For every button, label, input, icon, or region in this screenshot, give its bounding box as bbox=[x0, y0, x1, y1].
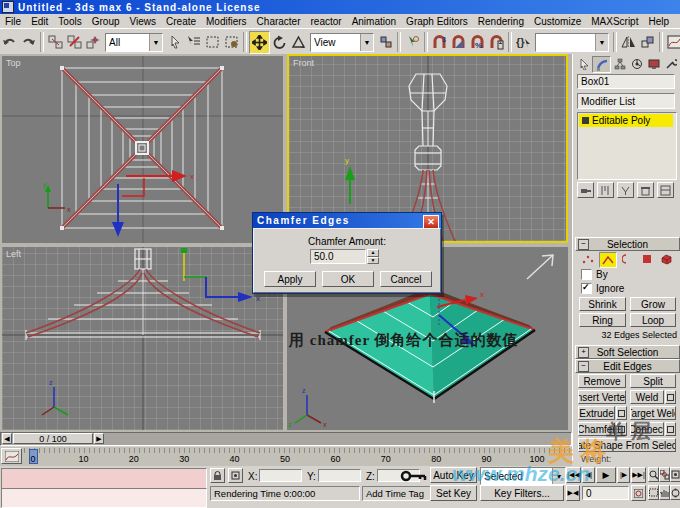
viewport-top[interactable]: Top bbox=[2, 56, 283, 243]
modifier-list-dropdown[interactable]: Modifier List bbox=[577, 93, 675, 109]
select-and-move-icon[interactable] bbox=[249, 31, 270, 54]
menu-item-reactor[interactable]: reactor bbox=[306, 16, 347, 27]
extrude-button[interactable]: Extrude bbox=[578, 406, 615, 420]
zoom-region-icon[interactable] bbox=[648, 485, 659, 500]
maxscript-listener-white[interactable] bbox=[1, 488, 207, 508]
viewport-front-label[interactable]: Front bbox=[293, 58, 314, 68]
loop-button[interactable]: Loop bbox=[630, 313, 676, 327]
selection-lock-icon[interactable] bbox=[210, 468, 225, 483]
ignore-backfacing-checkbox[interactable]: Ignore bbox=[581, 283, 624, 294]
pan-view-icon[interactable] bbox=[659, 485, 670, 500]
select-and-link-icon[interactable] bbox=[46, 32, 65, 53]
rectangular-selection-region-icon[interactable] bbox=[203, 32, 222, 53]
menu-item-animation[interactable]: Animation bbox=[347, 16, 401, 27]
show-end-result-icon[interactable] bbox=[597, 182, 614, 198]
select-and-scale-icon[interactable] bbox=[289, 32, 308, 53]
menu-item-customize[interactable]: Customize bbox=[529, 16, 586, 27]
open-mini-curve-editor-icon[interactable] bbox=[1, 448, 22, 464]
time-configuration-icon[interactable] bbox=[631, 485, 646, 501]
set-key-icon[interactable] bbox=[398, 466, 428, 488]
vertex-subobject-icon[interactable] bbox=[580, 252, 596, 266]
curve-editor-icon[interactable] bbox=[665, 32, 680, 53]
set-key-button[interactable]: Set Key bbox=[430, 485, 477, 501]
key-mode-toggle-icon[interactable]: ▶◀ bbox=[566, 485, 580, 501]
create-tab-icon[interactable] bbox=[575, 56, 592, 71]
y-field[interactable] bbox=[318, 469, 361, 482]
next-frame-icon[interactable]: |▶ bbox=[617, 467, 630, 483]
dropdown-arrow-icon[interactable]: ▼ bbox=[149, 34, 162, 51]
cancel-button[interactable]: Cancel bbox=[380, 271, 432, 287]
menu-item-create[interactable]: Create bbox=[161, 16, 201, 27]
percent-snap-icon[interactable]: % bbox=[468, 32, 487, 53]
spinner-up-icon[interactable]: ▲ bbox=[367, 249, 379, 257]
weld-button[interactable]: Weld bbox=[630, 390, 664, 404]
menu-item-group[interactable]: Group bbox=[87, 16, 125, 27]
shrink-button[interactable]: Shrink bbox=[579, 297, 626, 311]
configure-modifier-sets-icon[interactable] bbox=[657, 182, 674, 198]
undo-icon[interactable] bbox=[0, 32, 19, 53]
viewport-left-label[interactable]: Left bbox=[6, 249, 21, 259]
menu-item-maxscript[interactable]: MAXScript bbox=[586, 16, 643, 27]
edge-subobject-icon[interactable] bbox=[599, 252, 617, 268]
split-button[interactable]: Split bbox=[630, 374, 676, 388]
reference-coordinate-dropdown[interactable]: View ▼ bbox=[310, 33, 374, 52]
chamfer-button[interactable]: Chamfer bbox=[578, 422, 615, 436]
dropdown-arrow-icon[interactable]: ▼ bbox=[360, 34, 373, 51]
go-to-end-icon[interactable]: ▶▶| bbox=[631, 467, 646, 483]
polygon-subobject-icon[interactable] bbox=[639, 252, 655, 266]
menu-item-modifiers[interactable]: Modifiers bbox=[201, 16, 252, 27]
connect-settings-icon[interactable] bbox=[665, 422, 676, 436]
element-subobject-icon[interactable] bbox=[658, 252, 674, 266]
menu-item-edit[interactable]: Edit bbox=[26, 16, 53, 27]
viewport-left[interactable]: Left bbox=[2, 247, 283, 430]
motion-tab-icon[interactable] bbox=[628, 56, 645, 71]
selected-filter-dropdown[interactable]: Selected ▼ bbox=[480, 467, 566, 485]
track-bar-ruler[interactable]: 0102030405060708090100 bbox=[24, 448, 570, 465]
object-name-field[interactable]: Box01 bbox=[577, 74, 675, 89]
window-crossing-icon[interactable] bbox=[222, 32, 241, 53]
grow-button[interactable]: Grow bbox=[630, 297, 676, 311]
spinner-down-icon[interactable]: ▼ bbox=[367, 257, 379, 265]
menu-item-help[interactable]: Help bbox=[643, 16, 674, 27]
edit-named-selections-icon[interactable]: {} bbox=[514, 32, 533, 53]
menu-item-graph-editors[interactable]: Graph Editors bbox=[401, 16, 473, 27]
snap-toggle-3d-icon[interactable]: 3 bbox=[430, 32, 449, 53]
bind-to-spacewarp-icon[interactable] bbox=[84, 32, 103, 53]
select-and-manipulate-icon[interactable] bbox=[403, 32, 422, 53]
soft-selection-rollout-header[interactable]: + Soft Selection bbox=[575, 345, 680, 359]
absolute-offset-toggle-icon[interactable] bbox=[228, 468, 243, 483]
menu-item-file[interactable]: File bbox=[0, 16, 26, 27]
spinner-snap-icon[interactable] bbox=[487, 32, 506, 53]
extrude-settings-icon[interactable] bbox=[616, 406, 627, 420]
dialog-close-icon[interactable]: ✕ bbox=[423, 215, 439, 229]
remove-modifier-icon[interactable] bbox=[637, 182, 654, 198]
angle-snap-icon[interactable] bbox=[449, 32, 468, 53]
arc-rotate-icon[interactable] bbox=[670, 485, 680, 500]
select-and-rotate-icon[interactable] bbox=[270, 32, 289, 53]
menu-item-tools[interactable]: Tools bbox=[53, 16, 86, 27]
modify-tab-icon[interactable] bbox=[592, 56, 611, 73]
ring-button[interactable]: Ring bbox=[579, 313, 626, 327]
select-object-icon[interactable] bbox=[165, 32, 184, 53]
utilities-tab-icon[interactable] bbox=[662, 56, 679, 71]
track-bar[interactable]: 0102030405060708090100 bbox=[0, 447, 572, 466]
menu-item-character[interactable]: Character bbox=[252, 16, 306, 27]
use-center-icon[interactable] bbox=[376, 32, 395, 53]
stack-item-editable-poly[interactable]: Editable Poly bbox=[579, 114, 673, 127]
make-unique-icon[interactable] bbox=[617, 182, 634, 198]
auto-key-button[interactable]: Auto Key bbox=[430, 467, 477, 483]
apply-button[interactable]: Apply bbox=[264, 271, 316, 287]
border-subobject-icon[interactable] bbox=[620, 252, 636, 266]
dropdown-arrow-icon[interactable]: ▼ bbox=[595, 34, 608, 51]
unlink-selection-icon[interactable] bbox=[65, 32, 84, 53]
maxscript-listener-pink[interactable] bbox=[1, 468, 207, 490]
by-vertex-checkbox[interactable]: By bbox=[581, 269, 608, 280]
chamfer-amount-field[interactable]: 50.0 bbox=[310, 249, 366, 264]
chamfer-amount-spinner[interactable]: ▲ ▼ bbox=[367, 249, 379, 264]
previous-frame-icon[interactable]: ◀| bbox=[582, 467, 595, 483]
hierarchy-tab-icon[interactable] bbox=[611, 56, 628, 71]
weld-settings-icon[interactable] bbox=[665, 390, 676, 404]
connect-button[interactable]: Connect bbox=[630, 422, 664, 436]
time-slider-prev-icon[interactable]: ◀ bbox=[2, 433, 12, 444]
mirror-icon[interactable] bbox=[619, 32, 638, 53]
